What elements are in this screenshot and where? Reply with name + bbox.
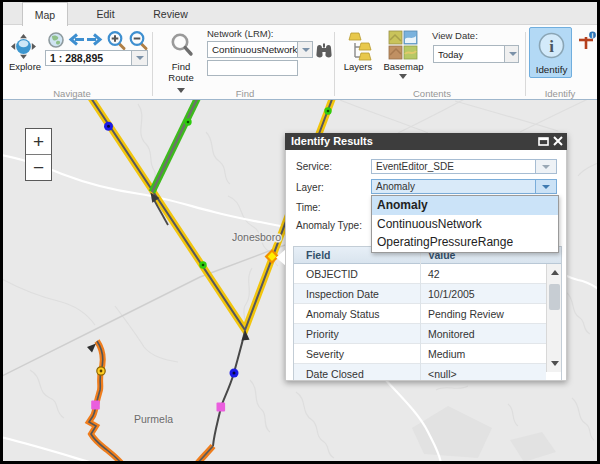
svg-text:Purmela: Purmela (134, 413, 173, 425)
svg-text:i: i (549, 37, 554, 56)
svg-text:Jonesboro: Jonesboro (232, 231, 281, 243)
svg-text:i: i (592, 32, 594, 39)
